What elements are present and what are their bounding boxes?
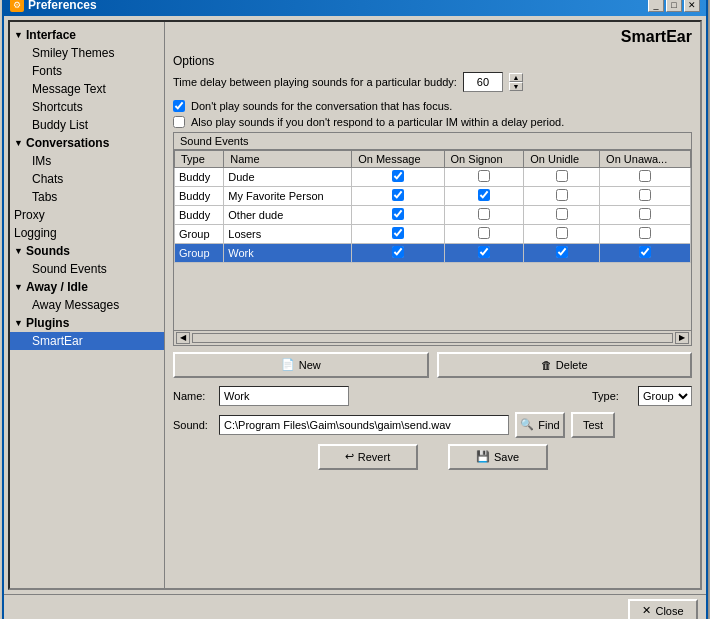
smartear-title: SmartEar <box>173 28 692 46</box>
cell-on-unawa[interactable] <box>600 186 691 205</box>
scroll-left-arrow[interactable]: ◀ <box>176 332 190 344</box>
cell-on-signon[interactable] <box>444 186 524 205</box>
sidebar-item-smiley-themes[interactable]: Smiley Themes <box>10 44 164 62</box>
delete-icon: 🗑 <box>541 359 552 371</box>
sound-events-label: Sound Events <box>174 133 691 150</box>
cell-on-unidle[interactable] <box>524 186 600 205</box>
sidebar-item-shortcuts[interactable]: Shortcuts <box>10 98 164 116</box>
checkbox2-row: Also play sounds if you don't respond to… <box>173 116 692 128</box>
spin-down-button[interactable]: ▼ <box>509 82 523 91</box>
dont-play-sounds-checkbox[interactable] <box>173 100 185 112</box>
checkbox1-row: Don't play sounds for the conversation t… <box>173 100 692 112</box>
delete-button[interactable]: 🗑 Delete <box>437 352 693 378</box>
sidebar-item-buddy-list[interactable]: Buddy List <box>10 116 164 134</box>
cell-on-unawa[interactable] <box>600 224 691 243</box>
preferences-window: ⚙ Preferences _ □ ✕ ▼ Interface Smiley T… <box>2 0 708 619</box>
sidebar-item-logging[interactable]: Logging <box>10 224 164 242</box>
cell-on-message[interactable] <box>352 205 444 224</box>
sidebar-item-fonts[interactable]: Fonts <box>10 62 164 80</box>
time-delay-row: Time delay between playing sounds for a … <box>173 72 692 92</box>
cell-on-unidle[interactable] <box>524 205 600 224</box>
table-row[interactable]: Group Losers <box>175 224 691 243</box>
table-row[interactable]: Buddy Dude <box>175 167 691 186</box>
type-select[interactable]: Group Buddy <box>638 386 692 406</box>
cell-on-message[interactable] <box>352 167 444 186</box>
col-type: Type <box>175 150 224 167</box>
cell-name: Dude <box>224 167 352 186</box>
cell-on-unidle[interactable] <box>524 224 600 243</box>
cell-type: Buddy <box>175 186 224 205</box>
checkbox1-label: Don't play sounds for the conversation t… <box>191 100 452 112</box>
find-button[interactable]: 🔍 Find <box>515 412 565 438</box>
save-button[interactable]: 💾 Save <box>448 444 548 470</box>
cell-on-unidle[interactable] <box>524 243 600 262</box>
title-buttons: _ □ ✕ <box>648 0 700 12</box>
sidebar-item-away-messages[interactable]: Away Messages <box>10 296 164 314</box>
revert-button[interactable]: ↩ Revert <box>318 444 418 470</box>
options-label: Options <box>173 54 692 68</box>
expand-away-icon: ▼ <box>14 282 24 292</box>
window-footer: ✕ Close <box>4 594 706 620</box>
cell-type: Group <box>175 224 224 243</box>
also-play-sounds-checkbox[interactable] <box>173 116 185 128</box>
minimize-button[interactable]: _ <box>648 0 664 12</box>
cell-on-signon[interactable] <box>444 205 524 224</box>
title-bar: ⚙ Preferences _ □ ✕ <box>4 0 706 16</box>
cell-on-signon[interactable] <box>444 243 524 262</box>
sidebar-item-proxy[interactable]: Proxy <box>10 206 164 224</box>
sidebar-item-conversations[interactable]: ▼ Conversations <box>10 134 164 152</box>
sound-events-table: Type Name On Message On Signon On Unidle… <box>174 150 691 263</box>
sidebar-item-chats[interactable]: Chats <box>10 170 164 188</box>
cell-name: My Favorite Person <box>224 186 352 205</box>
cell-on-signon[interactable] <box>444 167 524 186</box>
title-bar-left: ⚙ Preferences <box>10 0 97 12</box>
sidebar-item-sounds[interactable]: ▼ Sounds <box>10 242 164 260</box>
cell-type: Buddy <box>175 205 224 224</box>
col-on-unawa: On Unawa... <box>600 150 691 167</box>
cell-on-signon[interactable] <box>444 224 524 243</box>
expand-plugins-icon: ▼ <box>14 318 24 328</box>
expand-conversations-icon: ▼ <box>14 138 24 148</box>
time-delay-input[interactable] <box>463 72 503 92</box>
horizontal-scrollbar[interactable]: ◀ ▶ <box>174 330 691 345</box>
spin-up-button[interactable]: ▲ <box>509 73 523 82</box>
close-title-button[interactable]: ✕ <box>684 0 700 12</box>
col-name: Name <box>224 150 352 167</box>
scroll-right-arrow[interactable]: ▶ <box>675 332 689 344</box>
test-button[interactable]: Test <box>571 412 615 438</box>
cell-on-unawa[interactable] <box>600 243 691 262</box>
cell-on-unidle[interactable] <box>524 167 600 186</box>
left-panel: ▼ Interface Smiley Themes Fonts Message … <box>10 22 165 588</box>
sidebar-item-sound-events[interactable]: Sound Events <box>10 260 164 278</box>
close-button[interactable]: ✕ Close <box>628 599 698 620</box>
cell-on-message[interactable] <box>352 243 444 262</box>
sidebar-item-ims[interactable]: IMs <box>10 152 164 170</box>
cell-type: Buddy <box>175 167 224 186</box>
cell-on-unawa[interactable] <box>600 205 691 224</box>
table-row[interactable]: Buddy My Favorite Person <box>175 186 691 205</box>
sidebar-item-message-text[interactable]: Message Text <box>10 80 164 98</box>
type-label: Type: <box>592 390 632 402</box>
scroll-thumb[interactable] <box>192 333 673 343</box>
table-row[interactable]: Buddy Other dude <box>175 205 691 224</box>
new-button[interactable]: 📄 New <box>173 352 429 378</box>
sidebar-item-plugins[interactable]: ▼ Plugins <box>10 314 164 332</box>
name-label: Name: <box>173 390 213 402</box>
cell-on-unawa[interactable] <box>600 167 691 186</box>
save-icon: 💾 <box>476 450 490 463</box>
sidebar-item-tabs[interactable]: Tabs <box>10 188 164 206</box>
sound-input[interactable] <box>219 415 509 435</box>
sidebar-item-smartear[interactable]: SmartEar <box>10 332 164 350</box>
cell-on-message[interactable] <box>352 186 444 205</box>
name-input[interactable] <box>219 386 349 406</box>
right-panel: SmartEar Options Time delay between play… <box>165 22 700 588</box>
sidebar-item-interface[interactable]: ▼ Interface <box>10 26 164 44</box>
find-icon: 🔍 <box>520 418 534 431</box>
sound-events-box: Sound Events Type Name On Message On Sig… <box>173 132 692 346</box>
maximize-button[interactable]: □ <box>666 0 682 12</box>
sidebar-item-away-idle[interactable]: ▼ Away / Idle <box>10 278 164 296</box>
sound-events-table-wrapper[interactable]: Type Name On Message On Signon On Unidle… <box>174 150 691 330</box>
cell-on-message[interactable] <box>352 224 444 243</box>
window-icon: ⚙ <box>10 0 24 12</box>
table-row-selected[interactable]: Group Work <box>175 243 691 262</box>
